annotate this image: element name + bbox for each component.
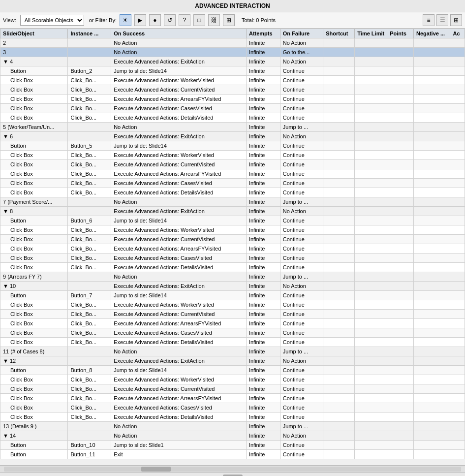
filter-icon-chain[interactable]: ⛓ bbox=[208, 14, 220, 26]
filter-icon-cursor[interactable]: ▶ bbox=[134, 14, 146, 26]
table-row[interactable]: Click BoxClick_Bo...Execute Advanced Act… bbox=[0, 104, 465, 113]
filter-icon-circle[interactable]: ● bbox=[149, 14, 161, 26]
table-row[interactable]: Click BoxClick_Bo...Execute Advanced Act… bbox=[0, 160, 465, 169]
cell-negative bbox=[414, 85, 450, 95]
cell-points bbox=[387, 216, 414, 225]
resize-handle[interactable] bbox=[223, 475, 243, 476]
cell-points bbox=[387, 123, 414, 132]
cell-negative bbox=[414, 310, 450, 319]
table-row[interactable]: Click BoxClick_Bo...Execute Advanced Act… bbox=[0, 225, 465, 235]
cell-attempts: Infinite bbox=[246, 356, 280, 366]
table-row[interactable]: 11 (# of Cases 8)No ActionInfiniteJump t… bbox=[0, 347, 465, 356]
cell-failure: Continue bbox=[280, 319, 323, 328]
table-row[interactable]: Click BoxClick_Bo...Execute Advanced Act… bbox=[0, 179, 465, 188]
table-row[interactable]: Click BoxClick_Bo...Execute Advanced Act… bbox=[0, 85, 465, 95]
cell-timelimit bbox=[355, 132, 387, 141]
table-row[interactable]: Click BoxClick_Bo...Execute Advanced Act… bbox=[0, 95, 465, 104]
table-row[interactable]: ▼ 12Execute Advanced Actions: ExitAction… bbox=[0, 356, 465, 366]
col-attempts[interactable]: Attempts bbox=[246, 29, 280, 38]
table-row[interactable]: 3No ActionInfiniteGo to the... bbox=[0, 48, 465, 57]
filter-icon-sun[interactable]: ☀ bbox=[120, 14, 131, 26]
table-row[interactable]: 9 (Arrears FY 7)No ActionInfiniteJump to… bbox=[0, 272, 465, 282]
cell-shortcut bbox=[323, 225, 355, 235]
filter-icon-square[interactable]: □ bbox=[193, 14, 205, 26]
table-row[interactable]: 7 (Payment Score/...No ActionInfiniteJum… bbox=[0, 197, 465, 207]
bottom-scrollbar[interactable] bbox=[0, 465, 465, 472]
table-row[interactable]: 13 (Details 9 )No ActionInfiniteJump to … bbox=[0, 422, 465, 431]
cell-points bbox=[387, 356, 414, 366]
table-row[interactable]: Click BoxClick_Bo...Execute Advanced Act… bbox=[0, 235, 465, 244]
table-row[interactable]: ButtonButton_6Jump to slide: Slide14Infi… bbox=[0, 216, 465, 225]
filter-icon-table[interactable]: ⊞ bbox=[223, 14, 235, 26]
col-failure[interactable]: On Failure bbox=[280, 29, 323, 38]
table-row[interactable]: 5 (Worker/Team/Un...No ActionInfiniteJum… bbox=[0, 123, 465, 132]
table-row[interactable]: ButtonButton_8Jump to slide: Slide14Infi… bbox=[0, 366, 465, 375]
table-row[interactable]: ▼ 10Execute Advanced Actions: ExitAction… bbox=[0, 282, 465, 291]
cell-failure: Continue bbox=[280, 76, 323, 85]
table-row[interactable]: ButtonButton_5Jump to slide: Slide14Infi… bbox=[0, 141, 465, 151]
table-row[interactable]: Click BoxClick_Bo...Execute Advanced Act… bbox=[0, 263, 465, 272]
collapse-all-button[interactable]: ≡ bbox=[423, 14, 434, 26]
table-row[interactable]: ButtonButton_7Jump to slide: Slide14Infi… bbox=[0, 291, 465, 300]
table-row[interactable]: Click BoxClick_Bo...Execute Advanced Act… bbox=[0, 254, 465, 263]
table-row[interactable]: Click BoxClick_Bo...Execute Advanced Act… bbox=[0, 375, 465, 384]
filter-icon-question[interactable]: ? bbox=[179, 14, 190, 26]
table-row[interactable]: ButtonButton_2Jump to slide: Slide14Infi… bbox=[0, 66, 465, 76]
table-row[interactable]: Click BoxClick_Bo...Execute Advanced Act… bbox=[0, 384, 465, 394]
table-row[interactable]: ButtonButton_11ExitInfiniteContinue bbox=[0, 450, 465, 459]
cell-instance: Click_Bo... bbox=[68, 104, 111, 113]
table-row[interactable]: Click BoxClick_Bo...Execute Advanced Act… bbox=[0, 413, 465, 422]
cell-shortcut bbox=[323, 151, 355, 160]
cell-points bbox=[387, 48, 414, 57]
table-row[interactable]: Click BoxClick_Bo...Execute Advanced Act… bbox=[0, 300, 465, 310]
cell-attempts: Infinite bbox=[246, 244, 280, 254]
cell-timelimit bbox=[355, 403, 387, 413]
table-row[interactable]: Click BoxClick_Bo...Execute Advanced Act… bbox=[0, 394, 465, 403]
table-row[interactable]: ButtonButton_10Jump to slide: Slide1Infi… bbox=[0, 441, 465, 450]
cell-shortcut bbox=[323, 179, 355, 188]
table-row[interactable]: Click BoxClick_Bo...Execute Advanced Act… bbox=[0, 188, 465, 197]
table-row[interactable]: Click BoxClick_Bo...Execute Advanced Act… bbox=[0, 328, 465, 338]
cell-attempts: Infinite bbox=[246, 300, 280, 310]
cell-ac bbox=[450, 66, 465, 76]
filter-icon-arrow[interactable]: ↺ bbox=[164, 14, 176, 26]
view-dropdown[interactable]: All Scorable Objects bbox=[20, 15, 84, 26]
cell-points bbox=[387, 431, 414, 441]
table-row[interactable]: Click BoxClick_Bo...Execute Advanced Act… bbox=[0, 319, 465, 328]
col-timelimit[interactable]: Time Limit bbox=[355, 29, 387, 38]
cell-failure: Continue bbox=[280, 66, 323, 76]
cell-instance: Button_8 bbox=[68, 366, 111, 375]
col-success[interactable]: On Success bbox=[111, 29, 247, 38]
col-points[interactable]: Points bbox=[387, 29, 414, 38]
list-view-button[interactable]: ☰ bbox=[436, 14, 448, 26]
table-row[interactable]: Click BoxClick_Bo...Execute Advanced Act… bbox=[0, 113, 465, 123]
export-button[interactable]: ⊞ bbox=[450, 14, 462, 26]
cell-instance: Click_Bo... bbox=[68, 225, 111, 235]
table-row[interactable]: Click BoxClick_Bo...Execute Advanced Act… bbox=[0, 338, 465, 347]
cell-points bbox=[387, 76, 414, 85]
cell-ac bbox=[450, 123, 465, 132]
table-row[interactable]: ▼ 8Execute Advanced Actions: ExitActionI… bbox=[0, 207, 465, 216]
cell-instance: Button_5 bbox=[68, 141, 111, 151]
table-row[interactable]: Click BoxClick_Bo...Execute Advanced Act… bbox=[0, 403, 465, 413]
cell-success: Execute Advanced Actions: DetailsVisited bbox=[111, 413, 247, 422]
col-ac[interactable]: Ac bbox=[450, 29, 465, 38]
table-row[interactable]: Click BoxClick_Bo...Execute Advanced Act… bbox=[0, 76, 465, 85]
cell-slide: ▼ 4 bbox=[0, 57, 68, 66]
table-row[interactable]: ▼ 4Execute Advanced Actions: ExitActionI… bbox=[0, 57, 465, 66]
cell-success: Execute Advanced Actions: CurrentVisited bbox=[111, 160, 247, 169]
cell-instance: Click_Bo... bbox=[68, 235, 111, 244]
table-row[interactable]: 2No ActionInfiniteNo Action bbox=[0, 38, 465, 48]
table-row[interactable]: Click BoxClick_Bo...Execute Advanced Act… bbox=[0, 169, 465, 179]
col-negative[interactable]: Negative ... bbox=[414, 29, 450, 38]
table-row[interactable]: Click BoxClick_Bo...Execute Advanced Act… bbox=[0, 310, 465, 319]
table-row[interactable]: ▼ 6Execute Advanced Actions: ExitActionI… bbox=[0, 132, 465, 141]
col-slide[interactable]: Slide/Object bbox=[0, 29, 68, 38]
col-instance[interactable]: Instance ... bbox=[68, 29, 111, 38]
table-row[interactable]: Click BoxClick_Bo...Execute Advanced Act… bbox=[0, 151, 465, 160]
col-shortcut[interactable]: Shortcut bbox=[323, 29, 355, 38]
table-row[interactable]: ▼ 14No ActionInfiniteNo Action bbox=[0, 431, 465, 441]
table-row[interactable]: Click BoxClick_Bo...Execute Advanced Act… bbox=[0, 244, 465, 254]
cell-negative bbox=[414, 66, 450, 76]
cell-points bbox=[387, 328, 414, 338]
